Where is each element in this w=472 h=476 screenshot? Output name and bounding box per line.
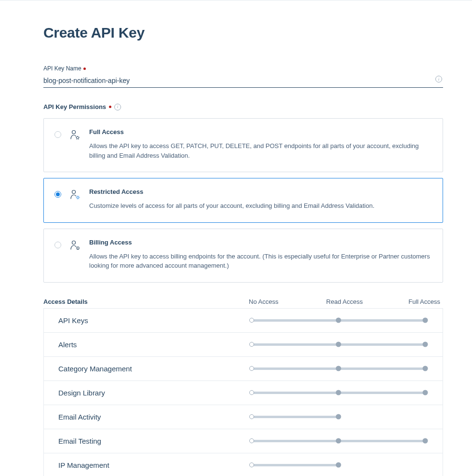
- permission-option-billing[interactable]: $Billing AccessAllows the API key to acc…: [43, 229, 443, 283]
- api-key-name-label: API Key Name: [43, 65, 443, 72]
- access-slider[interactable]: [249, 317, 428, 323]
- slider-stop-read[interactable]: [336, 462, 341, 468]
- access-columns-header: No Access Read Access Full Access: [246, 298, 443, 305]
- slider-stop-read[interactable]: [336, 366, 341, 371]
- col-no-access: No Access: [246, 298, 311, 305]
- page-title: Create API Key: [43, 25, 443, 41]
- slider-track: [252, 416, 340, 418]
- api-key-name-label-text: API Key Name: [43, 65, 81, 72]
- access-item-name: Category Management: [58, 365, 249, 373]
- option-title: Full Access: [89, 128, 432, 136]
- slider-stop-full[interactable]: [423, 318, 428, 323]
- access-slider[interactable]: [249, 414, 428, 420]
- slider-stop-none[interactable]: [249, 462, 254, 467]
- info-icon[interactable]: i: [114, 104, 121, 110]
- person-star-icon: [70, 129, 81, 141]
- slider-stop-none[interactable]: [249, 438, 254, 443]
- slider-stop-read[interactable]: [336, 438, 341, 444]
- radio-full[interactable]: [54, 131, 61, 138]
- option-title: Billing Access: [89, 239, 432, 246]
- slider-stop-none[interactable]: [249, 414, 254, 419]
- info-icon[interactable]: i: [435, 76, 442, 82]
- option-description: Allows the API key to access GET, PATCH,…: [89, 141, 432, 160]
- required-indicator-icon: [109, 106, 111, 108]
- radio-billing[interactable]: [54, 242, 61, 248]
- slider-stop-read[interactable]: [336, 414, 341, 420]
- radio-restricted[interactable]: [54, 191, 61, 198]
- access-slider[interactable]: [249, 390, 428, 395]
- col-full-access: Full Access: [378, 298, 443, 305]
- access-item-name: API Keys: [58, 316, 249, 325]
- access-row: Category Management: [44, 357, 443, 381]
- slider-stop-read[interactable]: [336, 342, 341, 347]
- slider-stop-full[interactable]: [423, 390, 428, 395]
- slider-stop-none[interactable]: [249, 318, 254, 323]
- svg-point-1: [72, 190, 76, 194]
- svg-point-2: [77, 197, 79, 199]
- slider-stop-full[interactable]: [423, 342, 428, 347]
- slider-stop-full[interactable]: [423, 438, 428, 444]
- permission-option-restricted[interactable]: Restricted AccessCustomize levels of acc…: [43, 178, 443, 223]
- access-slider[interactable]: [249, 462, 428, 468]
- access-slider[interactable]: [249, 341, 428, 347]
- slider-stop-none[interactable]: [249, 390, 254, 395]
- permission-option-full[interactable]: Full AccessAllows the API key to access …: [43, 118, 443, 172]
- access-row: Design Library: [44, 381, 443, 405]
- access-row: Email Testing: [44, 429, 443, 453]
- slider-stop-none[interactable]: [249, 342, 254, 347]
- slider-track: [252, 464, 340, 466]
- svg-point-3: [72, 241, 76, 244]
- access-item-name: IP Management: [58, 461, 249, 469]
- access-item-name: Email Testing: [58, 437, 249, 445]
- col-read-access: Read Access: [311, 298, 378, 305]
- svg-text:$: $: [77, 246, 79, 249]
- slider-stop-none[interactable]: [249, 366, 254, 371]
- access-row: API Keys: [44, 309, 443, 333]
- access-item-name: Alerts: [58, 340, 249, 349]
- access-slider[interactable]: [249, 438, 428, 444]
- slider-stop-read[interactable]: [336, 318, 341, 323]
- person-dollar-icon: $: [70, 240, 81, 251]
- access-row: Alerts: [44, 333, 443, 357]
- person-gear-icon: [70, 189, 81, 201]
- api-key-permissions-label: API Key Permissions: [43, 103, 106, 110]
- option-description: Customize levels of access for all parts…: [89, 201, 432, 211]
- api-key-name-input[interactable]: [43, 75, 443, 88]
- svg-point-0: [72, 131, 76, 134]
- access-row: Email Activity: [44, 405, 443, 429]
- option-description: Allows the API key to access billing end…: [89, 252, 432, 271]
- access-item-name: Design Library: [58, 389, 249, 397]
- option-title: Restricted Access: [89, 188, 432, 195]
- required-indicator-icon: [83, 68, 86, 70]
- access-slider[interactable]: [249, 366, 428, 371]
- access-row: IP Management: [44, 453, 443, 476]
- slider-stop-read[interactable]: [336, 390, 341, 395]
- slider-stop-full[interactable]: [423, 366, 428, 371]
- access-item-name: Email Activity: [58, 413, 249, 421]
- access-details-heading: Access Details: [43, 298, 246, 305]
